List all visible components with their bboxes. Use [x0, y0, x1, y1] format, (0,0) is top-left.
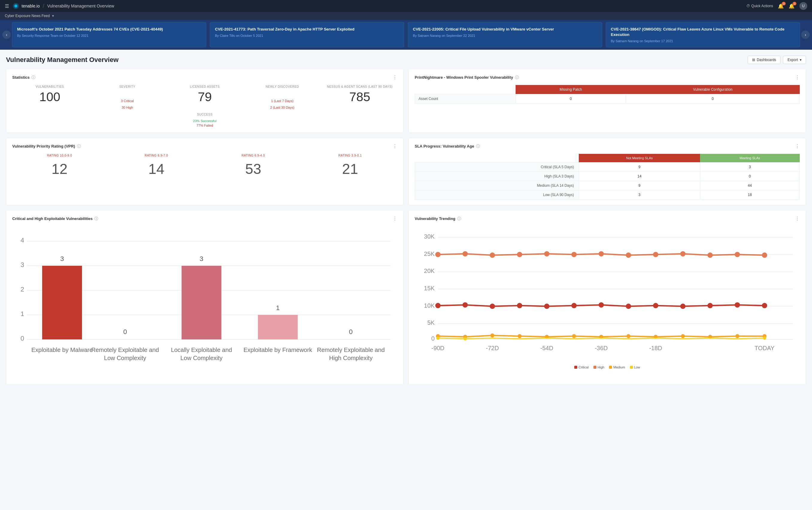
statistics-card: Statistics ⓘ ⋮ VULNERABILITIES 100 SEVER… — [6, 69, 404, 133]
news-card-title-0: Microsoft's October 2021 Patch Tuesday A… — [17, 27, 201, 32]
statistics-more-icon[interactable]: ⋮ — [393, 74, 397, 80]
exploitable-info-icon[interactable]: ⓘ — [94, 216, 98, 221]
news-feed-inner: Microsoft's October 2021 Patch Tuesday A… — [0, 22, 812, 47]
page-actions: ⊞ Dashboards Export ▾ — [748, 56, 806, 64]
news-card-3[interactable]: CVE-2021-38647 (OMIGOD): Critical Flaw L… — [606, 22, 800, 47]
medium-dot-7 — [626, 334, 630, 338]
vulnerabilities-label: VULNERABILITIES — [12, 85, 87, 88]
vpr-card: Vulnerability Priority Rating (VPR) ⓘ ⋮ … — [6, 138, 404, 205]
bar-3 — [258, 315, 298, 339]
vpr-value-0: 12 — [12, 161, 107, 177]
nav-page-title: Vulnerability Management Overview — [47, 4, 114, 8]
legend-high: High — [593, 365, 605, 369]
medium-dot-3 — [518, 334, 522, 338]
statistics-grid: VULNERABILITIES 100 SEVERITY 3 Critical … — [12, 85, 397, 110]
high-dot-9 — [680, 251, 686, 257]
severity-label: SEVERITY — [90, 85, 165, 88]
sla-info-icon[interactable]: ⓘ — [476, 144, 480, 149]
stat-severity: SEVERITY 3 Critical 30 High — [90, 85, 165, 110]
dashboards-button[interactable]: ⊞ Dashboards — [748, 56, 781, 64]
svg-text:2: 2 — [21, 286, 24, 293]
news-card-author-1: By Claire Tills on October 5 2021 — [215, 34, 399, 37]
svg-text:4: 4 — [21, 237, 24, 244]
export-button[interactable]: Export ▾ — [783, 56, 806, 64]
high-dot-8 — [653, 252, 659, 258]
svg-text:1: 1 — [276, 304, 280, 312]
critical-dot-5 — [571, 303, 577, 308]
pn-info-icon[interactable]: ⓘ — [515, 75, 519, 80]
notifications-button-2[interactable]: 🔔 3 — [789, 3, 795, 9]
legend-medium: Medium — [609, 365, 625, 369]
pn-card-header: PrintNightmare - Windows Print Spooler V… — [415, 74, 800, 80]
trending-more-icon[interactable]: ⋮ — [795, 216, 800, 221]
statistics-card-header: Statistics ⓘ ⋮ — [12, 74, 397, 80]
user-avatar[interactable]: U — [800, 2, 807, 10]
stat-nessus: NESSUS & AGENT SCANS (LAST 90 DAYS) 785 — [322, 85, 397, 110]
high-dot-2 — [490, 252, 495, 258]
news-feed-label: Cyber Exposure News Feed — [5, 14, 50, 18]
exploitable-more-icon[interactable]: ⋮ — [393, 216, 397, 221]
news-prev-button[interactable]: ‹ — [2, 31, 11, 39]
news-card-title-2: CVE-2021-22005: Critical File Upload Vul… — [413, 27, 597, 32]
svg-text:Locally Exploitable and: Locally Exploitable and — [171, 347, 232, 353]
news-card-2[interactable]: CVE-2021-22005: Critical File Upload Vul… — [408, 22, 602, 47]
legend-medium-label: Medium — [613, 365, 625, 369]
trending-info-icon[interactable]: ⓘ — [457, 216, 461, 221]
svg-text:Remotely Exploitable and: Remotely Exploitable and — [91, 347, 159, 353]
legend-low: Low — [630, 365, 640, 369]
critical-dot-12 — [762, 303, 767, 308]
legend-medium-dot — [609, 366, 612, 369]
statistics-info-icon[interactable]: ⓘ — [31, 75, 35, 80]
news-card-author-0: By Security Response Team on October 12 … — [17, 34, 201, 37]
svg-point-1 — [14, 4, 17, 7]
vpr-grid: RATING 10.0-9.0 12 RATING 8.9-7.0 14 RAT… — [12, 154, 397, 177]
severity-critical: 3 Critical — [90, 98, 165, 104]
trending-title: Vulnerability Trending — [415, 216, 456, 221]
pn-more-icon[interactable]: ⋮ — [795, 74, 800, 80]
svg-text:0: 0 — [21, 335, 24, 342]
vpr-item-1: RATING 8.9-7.0 14 — [109, 154, 204, 177]
medium-dot-5 — [572, 334, 576, 338]
vpr-more-icon[interactable]: ⋮ — [393, 143, 397, 149]
critical-dot-10 — [707, 303, 713, 308]
notifications-button-1[interactable]: 🔔 3 — [778, 3, 784, 9]
news-card-1[interactable]: CVE-2021-41773: Path Traversal Zero-Day … — [210, 22, 404, 47]
row-2: Vulnerability Priority Rating (VPR) ⓘ ⋮ … — [6, 138, 806, 205]
news-feed-bar: Cyber Exposure News Feed ▾ — [0, 12, 812, 20]
news-card-title-3: CVE-2021-38647 (OMIGOD): Critical Flaw L… — [611, 27, 795, 37]
sla-title-row: SLA Progress: Vulnerability Age ⓘ — [415, 144, 480, 149]
svg-text:Remotely Exploitable and: Remotely Exploitable and — [317, 347, 385, 353]
top-nav: ☰ tenable.io / Vulnerability Management … — [0, 0, 812, 12]
vpr-rating-3: RATING 3.9-0.1 — [303, 154, 398, 157]
legend-low-label: Low — [634, 365, 640, 369]
sla-row-0: Critical (SLA 5 Days) 9 3 — [415, 162, 800, 172]
sla-row-meeting-0: 3 — [700, 162, 800, 172]
pn-title: PrintNightmare - Windows Print Spooler V… — [415, 75, 513, 80]
quick-actions-button[interactable]: ⏱ Quick Actions — [747, 4, 773, 8]
newly-discovered-spacer — [244, 91, 320, 97]
vpr-title-row: Vulnerability Priority Rating (VPR) ⓘ — [12, 144, 81, 149]
sla-more-icon[interactable]: ⋮ — [795, 143, 800, 149]
news-card-title-1: CVE-2021-41773: Path Traversal Zero-Day … — [215, 27, 399, 32]
pn-col-missing-patch: Missing Patch — [516, 85, 626, 94]
svg-text:25K: 25K — [424, 250, 435, 257]
critical-dot-8 — [653, 303, 659, 308]
svg-text:Exploitable by Framework: Exploitable by Framework — [243, 347, 312, 353]
vpr-rating-1: RATING 8.9-7.0 — [109, 154, 204, 157]
svg-text:3: 3 — [21, 261, 24, 269]
news-card-0[interactable]: Microsoft's October 2021 Patch Tuesday A… — [12, 22, 206, 47]
sla-row-meeting-2: 44 — [700, 181, 800, 190]
critical-dot-4 — [544, 303, 549, 309]
news-feed-chevron[interactable]: ▾ — [52, 14, 54, 18]
exploitable-card: Critical and High Exploitable Vulnerabil… — [6, 210, 404, 385]
news-next-button[interactable]: › — [801, 31, 810, 39]
vpr-item-2: RATING 6.9-4.0 53 — [206, 154, 300, 177]
hamburger-icon[interactable]: ☰ — [5, 3, 9, 9]
high-dot-4 — [544, 251, 549, 257]
vpr-info-icon[interactable]: ⓘ — [77, 144, 81, 149]
high-dot-3 — [517, 252, 522, 258]
svg-text:Low Complexity: Low Complexity — [180, 355, 223, 361]
tenable-logo-icon — [12, 3, 19, 9]
stat-vulnerabilities: VULNERABILITIES 100 — [12, 85, 87, 110]
vpr-rating-2: RATING 6.9-4.0 — [206, 154, 300, 157]
